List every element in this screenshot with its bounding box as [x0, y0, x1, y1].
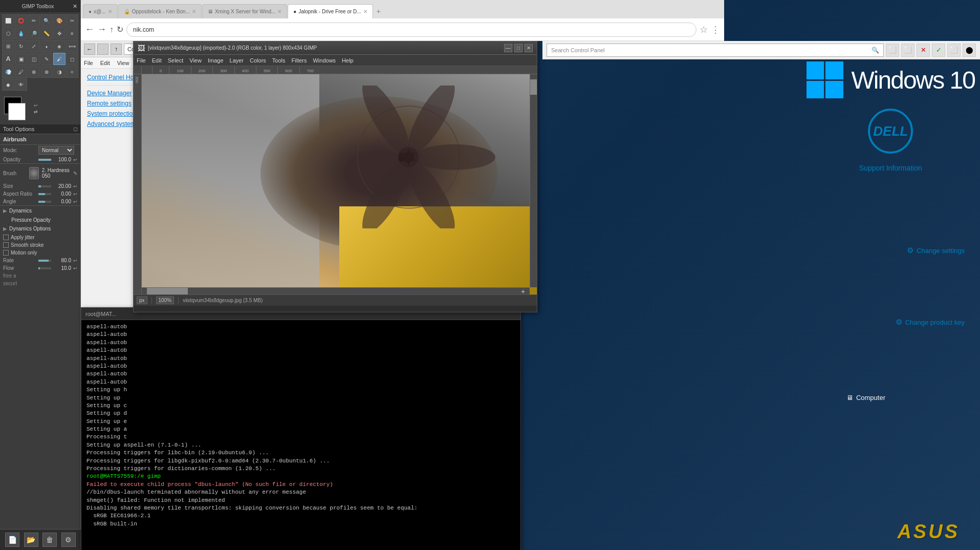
- gimp-menu-file[interactable]: File: [137, 57, 146, 64]
- angle-reset-icon[interactable]: ↩: [73, 199, 77, 204]
- tool-heal[interactable]: ⊗: [40, 66, 53, 78]
- gimp-maximize-btn[interactable]: □: [514, 44, 522, 52]
- tool-sharpen[interactable]: ◆: [2, 78, 14, 91]
- size-slider[interactable]: [38, 185, 51, 187]
- toolbox-trash-icon[interactable]: 🗑: [42, 533, 57, 547]
- gimp-close-btn[interactable]: ✕: [525, 44, 533, 52]
- browser-up-btn[interactable]: ↑: [110, 25, 114, 34]
- tool-scissors[interactable]: ✂: [66, 14, 78, 27]
- rate-reset-icon[interactable]: ↩: [73, 258, 77, 263]
- toolbox-new-icon[interactable]: 📄: [5, 533, 19, 547]
- gimp-hscrollbar[interactable]: +: [142, 287, 530, 294]
- cp-up-btn[interactable]: ↑: [111, 44, 122, 55]
- gimp-vscrollbar-thumb[interactable]: [530, 79, 537, 95]
- tool-shear[interactable]: ⬧: [40, 40, 53, 52]
- angle-slider[interactable]: [38, 201, 51, 203]
- gimp-unit-selector[interactable]: px: [137, 297, 147, 304]
- tool-paths[interactable]: ⬡: [2, 27, 14, 39]
- tool-ink[interactable]: 🖊: [15, 66, 27, 78]
- gimp-vscrollbar[interactable]: [530, 74, 537, 287]
- browser-star-btn[interactable]: ☆: [700, 24, 708, 35]
- toolbox-prefs-icon[interactable]: ⚙: [61, 533, 76, 547]
- color-swatch-area[interactable]: [4, 97, 28, 120]
- mode-dropdown[interactable]: Normal: [38, 146, 74, 155]
- change-settings-link[interactable]: ⚙ Change settings: [907, 246, 965, 255]
- gimp-zoom-in-btn[interactable]: +: [516, 288, 530, 294]
- tool-eraser[interactable]: ◻: [66, 53, 78, 65]
- tool-color-picker[interactable]: 💧: [15, 27, 27, 39]
- tab2-close[interactable]: ✕: [192, 9, 196, 14]
- brush-preview-icon[interactable]: [29, 167, 39, 179]
- tool-options-collapse[interactable]: □: [74, 126, 77, 132]
- apply-jitter-checkbox[interactable]: [3, 235, 9, 240]
- cp-back-btn[interactable]: ←: [84, 44, 95, 55]
- tool-measure[interactable]: 📏: [40, 27, 53, 39]
- tool-zoom[interactable]: 🔎: [28, 27, 40, 39]
- background-color[interactable]: [8, 103, 26, 120]
- browser-tab-4-active[interactable]: ● Jalopnik - Drive Free or D... ✕: [288, 4, 373, 18]
- toolbar-btn-4[interactable]: ⬤: [963, 44, 976, 57]
- tool-flip[interactable]: ⟺: [66, 40, 78, 52]
- gimp-toolbox-close[interactable]: ✕: [73, 3, 77, 10]
- tool-move[interactable]: ✥: [53, 27, 66, 39]
- color-swap-icon[interactable]: ⇄: [34, 109, 38, 114]
- brush-edit-icon[interactable]: ✎: [73, 171, 77, 176]
- toolbar-btn-x[interactable]: ✕: [917, 44, 930, 57]
- tab4-close[interactable]: ✕: [363, 9, 367, 14]
- browser-back-btn[interactable]: ←: [85, 24, 94, 35]
- gimp-menu-image[interactable]: Image: [208, 57, 224, 64]
- gimp-menu-view[interactable]: View: [189, 57, 202, 64]
- dynamics-options-header[interactable]: ▶ Dynamics Options: [3, 226, 77, 231]
- cp-menu-view[interactable]: View: [117, 60, 129, 66]
- tool-fuzzy-select[interactable]: 🔍: [40, 14, 53, 27]
- new-tab-btn[interactable]: +: [374, 4, 384, 18]
- toolbar-btn-1[interactable]: ⬜: [886, 44, 899, 57]
- gimp-menu-colors[interactable]: Colors: [250, 57, 266, 64]
- gimp-hscrollbar-thumb[interactable]: [147, 288, 188, 294]
- flow-slider[interactable]: [38, 267, 51, 269]
- tool-paintbrush[interactable]: 🖌: [53, 53, 66, 65]
- aspect-ratio-reset-icon[interactable]: ↩: [73, 192, 77, 197]
- browser-tab-3[interactable]: 🖥 Xming X Server for Wind... ✕: [202, 4, 287, 18]
- tool-crop[interactable]: ⊞: [2, 40, 14, 52]
- tool-text[interactable]: A: [2, 53, 14, 65]
- tool-rotate[interactable]: ↻: [15, 40, 27, 52]
- toolbar-btn-2[interactable]: ⬜: [901, 44, 914, 57]
- browser-address-bar[interactable]: nik.com: [126, 23, 696, 37]
- gimp-zoom-display[interactable]: 100%: [156, 297, 175, 304]
- color-reset-icon[interactable]: ↩: [34, 103, 38, 108]
- tool-align[interactable]: ≡: [66, 27, 78, 39]
- tool-perspective[interactable]: ◈: [53, 40, 66, 52]
- tool-smudge[interactable]: ≈: [66, 66, 78, 78]
- support-info-label[interactable]: Support Information: [807, 164, 975, 172]
- browser-tab-1[interactable]: ● x@... ✕: [83, 4, 118, 18]
- gimp-menu-select[interactable]: Select: [168, 57, 184, 64]
- gimp-menu-edit[interactable]: Edit: [152, 57, 162, 64]
- tool-blend[interactable]: ◫: [28, 53, 40, 65]
- tool-free-select[interactable]: ✏: [28, 14, 40, 27]
- opacity-slider[interactable]: [38, 159, 51, 161]
- tool-ellipse-select[interactable]: ⭕: [15, 14, 27, 27]
- aspect-ratio-slider[interactable]: [38, 193, 51, 195]
- gimp-menu-tools[interactable]: Tools: [272, 57, 286, 64]
- motion-only-checkbox[interactable]: [3, 250, 9, 256]
- tool-select-by-color[interactable]: 🎨: [53, 14, 66, 27]
- tool-dodge-burn[interactable]: ◑: [53, 66, 66, 78]
- browser-forward-btn[interactable]: →: [97, 24, 106, 35]
- gimp-menu-windows[interactable]: Windows: [313, 57, 336, 64]
- tool-clone[interactable]: ⊕: [28, 66, 40, 78]
- change-product-key-link[interactable]: ⚙ Change product key: [896, 318, 965, 327]
- tool-scale[interactable]: ⤢: [28, 40, 40, 52]
- rate-slider[interactable]: [38, 260, 51, 262]
- toolbox-open-icon[interactable]: 📂: [24, 533, 38, 547]
- gimp-menu-help[interactable]: Help: [342, 57, 354, 64]
- tool-airbrush[interactable]: 💨: [2, 66, 14, 78]
- gimp-canvas[interactable]: +: [142, 74, 537, 294]
- computer-link-area[interactable]: 🖥 Computer: [846, 394, 885, 401]
- tool-pencil[interactable]: ✎: [40, 53, 53, 65]
- win-search-icon[interactable]: 🔍: [872, 47, 879, 54]
- tool-bucket-fill[interactable]: ▣: [15, 53, 27, 65]
- dynamics-header[interactable]: ▶ Dynamics: [3, 208, 77, 214]
- cp-menu-edit[interactable]: Edit: [100, 60, 110, 66]
- tool-red-eye[interactable]: 👁: [15, 78, 27, 91]
